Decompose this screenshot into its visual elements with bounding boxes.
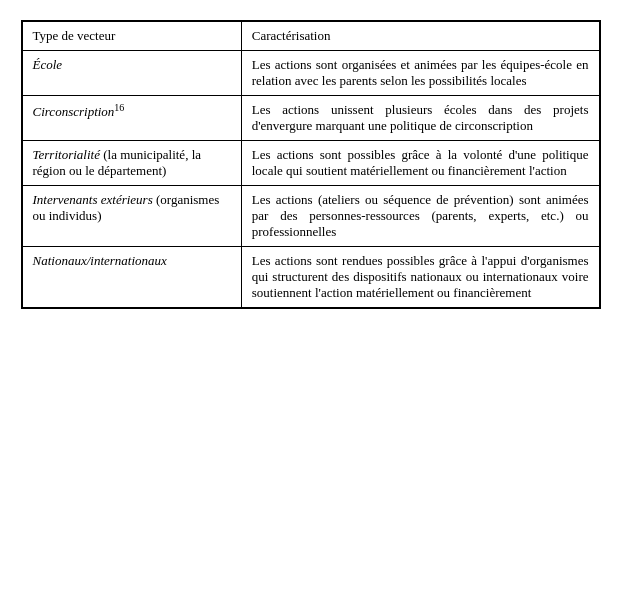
- main-table: Type de vecteur Caractérisation École Le…: [21, 20, 601, 309]
- type-label-italic: Territorialité: [33, 147, 100, 162]
- type-label-italic: Intervenants extérieurs: [33, 192, 153, 207]
- type-nationaux: Nationaux/internationaux: [22, 247, 241, 308]
- type-label: Circonscription: [33, 104, 115, 119]
- table-header-row: Type de vecteur Caractérisation: [22, 22, 599, 51]
- type-circonscription: Circonscription16: [22, 96, 241, 141]
- table-row: Intervenants extérieurs (organismes ou i…: [22, 186, 599, 247]
- table-row: Nationaux/internationaux Les actions son…: [22, 247, 599, 308]
- type-label: École: [33, 57, 63, 72]
- caract-intervenants: Les actions (ateliers ou séquence de pré…: [241, 186, 599, 247]
- caract-ecole: Les actions sont organisées et animées p…: [241, 51, 599, 96]
- caract-nationaux: Les actions sont rendues possibles grâce…: [241, 247, 599, 308]
- caract-territorialite: Les actions sont possibles grâce à la vo…: [241, 141, 599, 186]
- table-row: Circonscription16 Les actions unissent p…: [22, 96, 599, 141]
- table-row: École Les actions sont organisées et ani…: [22, 51, 599, 96]
- type-ecole: École: [22, 51, 241, 96]
- type-territorialite: Territorialité (la municipalité, la régi…: [22, 141, 241, 186]
- superscript-16: 16: [114, 102, 124, 113]
- header-caract: Caractérisation: [241, 22, 599, 51]
- type-label: Nationaux/internationaux: [33, 253, 167, 268]
- type-intervenants: Intervenants extérieurs (organismes ou i…: [22, 186, 241, 247]
- header-type: Type de vecteur: [22, 22, 241, 51]
- table-row: Territorialité (la municipalité, la régi…: [22, 141, 599, 186]
- caract-circonscription: Les actions unissent plusieurs écoles da…: [241, 96, 599, 141]
